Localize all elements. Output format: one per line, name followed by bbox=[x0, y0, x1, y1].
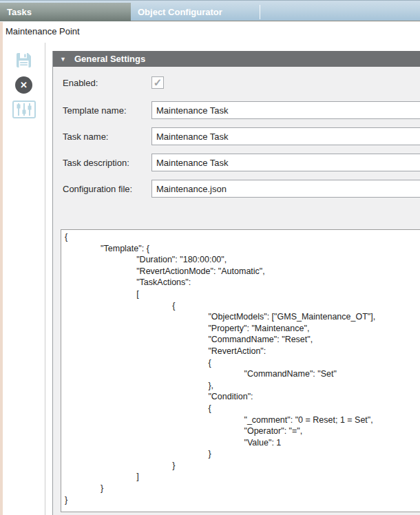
task-name-input[interactable] bbox=[151, 127, 420, 145]
save-button[interactable] bbox=[3, 52, 45, 68]
cancel-button[interactable]: ✕ bbox=[3, 76, 45, 94]
toolbar-separator bbox=[45, 43, 45, 515]
tab-divider bbox=[260, 5, 260, 19]
tab-tasks[interactable]: Tasks bbox=[0, 3, 131, 21]
tab-tasks-label: Tasks bbox=[7, 7, 32, 17]
configuration-file-label: Configuration file: bbox=[63, 184, 132, 194]
tab-bar: Tasks Object Configurator bbox=[0, 0, 420, 21]
breadcrumb: Maintenance Point bbox=[6, 26, 80, 36]
general-settings-group: ▼ General Settings Enabled: ✓ Template n… bbox=[52, 51, 420, 515]
checkbox-check-icon: ✓ bbox=[154, 77, 162, 87]
template-name-input[interactable] bbox=[151, 101, 420, 119]
enabled-checkbox[interactable]: ✓ bbox=[151, 76, 164, 89]
save-icon bbox=[16, 52, 32, 68]
sliders-icon bbox=[12, 101, 36, 118]
general-settings-title: General Settings bbox=[74, 54, 145, 64]
enabled-label: Enabled: bbox=[63, 78, 98, 88]
general-settings-header[interactable]: ▼ General Settings bbox=[53, 51, 420, 67]
cancel-icon: ✕ bbox=[15, 76, 32, 94]
collapse-caret-icon: ▼ bbox=[60, 56, 66, 63]
cancel-icon-glyph: ✕ bbox=[20, 81, 28, 90]
configuration-file-input[interactable] bbox=[151, 180, 420, 198]
task-name-label: Task name: bbox=[63, 132, 108, 142]
configuration-json-editor[interactable]: { "Template": { "Duration": "180:00:00",… bbox=[61, 229, 420, 512]
tab-object-configurator[interactable]: Object Configurator bbox=[131, 3, 260, 21]
task-description-label: Task description: bbox=[63, 158, 129, 168]
toolbar: ✕ bbox=[3, 43, 45, 515]
task-description-input[interactable] bbox=[151, 154, 420, 171]
template-name-label: Template name: bbox=[63, 105, 127, 116]
properties-button[interactable] bbox=[3, 101, 45, 118]
tab-object-configurator-label: Object Configurator bbox=[138, 7, 222, 17]
